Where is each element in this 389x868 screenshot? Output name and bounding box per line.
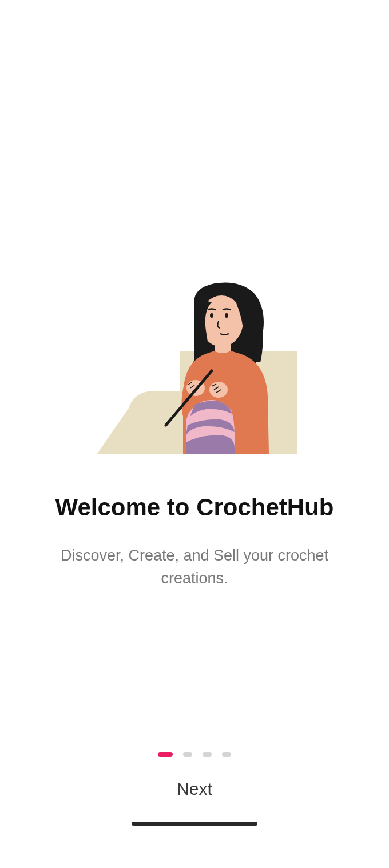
svg-point-2 [210, 313, 213, 318]
crochet-illustration [92, 277, 297, 459]
pagination-dots [158, 752, 231, 757]
home-indicator[interactable] [132, 822, 257, 826]
page-dot-2[interactable] [183, 752, 192, 757]
bottom-controls: Next [0, 752, 389, 868]
onboarding-content: Welcome to CrochetHub Discover, Create, … [0, 0, 389, 752]
page-dot-3[interactable] [203, 752, 212, 757]
onboarding-title: Welcome to CrochetHub [55, 494, 334, 521]
svg-point-3 [225, 313, 228, 318]
next-button[interactable]: Next [165, 774, 224, 805]
svg-point-6 [209, 382, 228, 398]
page-dot-1[interactable] [158, 752, 173, 757]
onboarding-subtitle: Discover, Create, and Sell your crochet … [40, 544, 349, 590]
page-dot-4[interactable] [222, 752, 231, 757]
